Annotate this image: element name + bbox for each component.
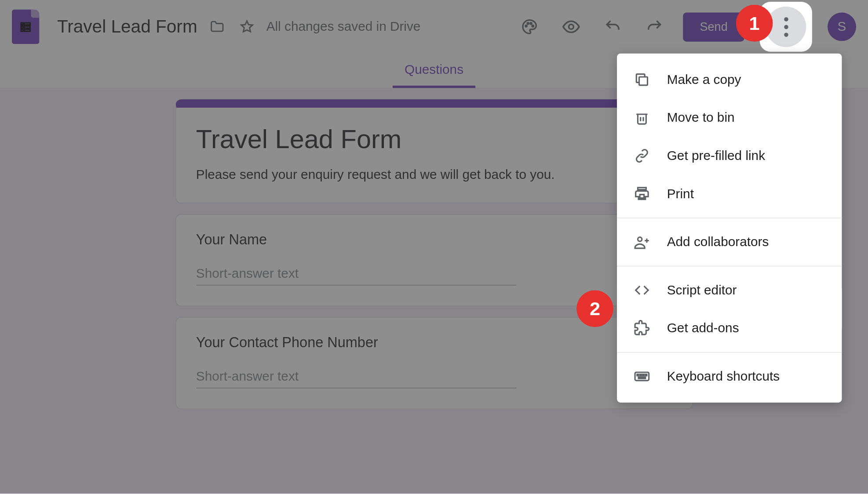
menu-label: Print <box>667 186 694 201</box>
svg-rect-17 <box>646 374 647 376</box>
keyboard-icon <box>634 368 650 385</box>
form-description[interactable]: Please send your enquiry request and we … <box>196 167 672 182</box>
menu-print[interactable]: Print <box>617 175 842 213</box>
svg-rect-4 <box>21 29 23 31</box>
copy-icon <box>634 71 650 88</box>
document-title[interactable]: Travel Lead Form <box>57 17 197 37</box>
question-card[interactable]: Your Contact Phone Number Short-answer t… <box>175 317 693 409</box>
menu-label: Get add-ons <box>667 320 739 336</box>
save-status: All changes saved in Drive <box>266 19 421 34</box>
menu-script-editor[interactable]: Script editor <box>617 271 842 309</box>
svg-rect-14 <box>637 374 638 376</box>
svg-point-12 <box>638 237 642 241</box>
more-options-menu: Make a copy Move to bin Get pre-filled l… <box>617 54 842 403</box>
link-icon <box>634 148 650 164</box>
print-icon <box>634 185 650 202</box>
svg-point-7 <box>527 23 529 24</box>
question-card[interactable]: Your Name Short-answer text <box>175 214 693 306</box>
short-answer-placeholder: Short-answer text <box>196 369 516 389</box>
extension-icon <box>634 320 650 337</box>
menu-make-copy[interactable]: Make a copy <box>617 61 842 99</box>
svg-point-9 <box>532 25 533 27</box>
code-icon <box>634 282 650 298</box>
svg-point-8 <box>530 23 532 24</box>
form-title[interactable]: Travel Lead Form <box>196 124 672 154</box>
menu-prefilled-link[interactable]: Get pre-filled link <box>617 137 842 175</box>
menu-keyboard-shortcuts[interactable]: Keyboard shortcuts <box>617 357 842 396</box>
svg-rect-16 <box>642 374 644 376</box>
question-label: Your Name <box>196 231 672 248</box>
menu-divider <box>617 266 842 266</box>
more-vertical-icon <box>784 17 788 37</box>
svg-point-10 <box>569 24 574 29</box>
callout-2: 2 <box>576 290 613 327</box>
form-header-card[interactable]: Travel Lead Form Please send your enquir… <box>175 99 693 203</box>
svg-rect-18 <box>638 377 646 378</box>
menu-label: Keyboard shortcuts <box>667 369 780 384</box>
svg-rect-2 <box>21 26 23 28</box>
send-button[interactable]: Send <box>683 12 744 41</box>
menu-label: Script editor <box>667 283 737 298</box>
star-icon[interactable] <box>239 19 254 34</box>
svg-rect-5 <box>24 29 30 31</box>
forms-logo[interactable] <box>12 10 39 44</box>
svg-point-6 <box>525 25 527 27</box>
customize-theme-icon[interactable] <box>517 14 543 40</box>
menu-get-addons[interactable]: Get add-ons <box>617 309 842 348</box>
question-label: Your Contact Phone Number <box>196 334 672 351</box>
svg-rect-11 <box>639 77 648 85</box>
redo-icon[interactable] <box>642 14 668 40</box>
menu-label: Move to bin <box>667 110 735 125</box>
folder-icon[interactable] <box>209 19 225 34</box>
menu-label: Make a copy <box>667 72 741 87</box>
account-avatar[interactable]: S <box>828 12 856 41</box>
menu-move-to-bin[interactable]: Move to bin <box>617 99 842 137</box>
callout-1: 1 <box>736 5 773 42</box>
menu-label: Add collaborators <box>667 234 769 250</box>
menu-add-collaborators[interactable]: Add collaborators <box>617 223 842 261</box>
tab-questions[interactable]: Questions <box>393 54 475 88</box>
menu-label: Get pre-filled link <box>667 148 765 163</box>
svg-rect-15 <box>640 374 641 376</box>
short-answer-placeholder: Short-answer text <box>196 266 516 286</box>
undo-icon[interactable] <box>600 14 626 40</box>
svg-rect-3 <box>24 26 30 28</box>
preview-icon[interactable] <box>558 14 584 40</box>
trash-icon <box>634 109 650 126</box>
svg-rect-1 <box>24 23 30 25</box>
person-add-icon <box>634 234 650 251</box>
svg-rect-0 <box>21 23 23 25</box>
menu-divider <box>617 218 842 218</box>
menu-divider <box>617 352 842 352</box>
